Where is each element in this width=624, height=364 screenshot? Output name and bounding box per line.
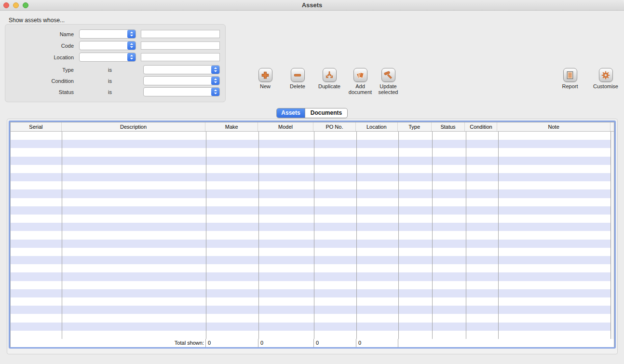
column-header-model[interactable]: Model xyxy=(258,122,313,131)
tab-assets[interactable]: Assets xyxy=(277,108,305,118)
location-comparator-popup[interactable] xyxy=(79,53,136,62)
chevron-up-down-icon xyxy=(127,30,136,38)
filter-row-status: Status is xyxy=(5,87,225,97)
column-divider xyxy=(206,132,206,339)
new-button[interactable]: New xyxy=(250,68,281,89)
update-selected-button[interactable]: Update selected xyxy=(371,68,405,95)
status-popup[interactable] xyxy=(143,87,220,96)
delete-button-label: Delete xyxy=(282,83,313,89)
hammer-icon xyxy=(381,68,395,82)
customise-button-label: Customise xyxy=(589,83,622,89)
location-input[interactable] xyxy=(141,53,220,61)
filter-row-location: Location xyxy=(5,53,225,62)
column-divider xyxy=(466,132,466,339)
location-label: Location xyxy=(5,53,74,62)
documents-fan-icon xyxy=(353,68,367,82)
column-divider xyxy=(258,132,259,339)
type-operator: is xyxy=(99,65,121,75)
assets-table: Serial Description Make Model PO No. Loc… xyxy=(9,121,616,349)
column-header-serial[interactable]: Serial xyxy=(11,122,62,131)
minus-icon xyxy=(291,68,305,82)
column-header-description[interactable]: Description xyxy=(62,122,206,131)
condition-popup[interactable] xyxy=(143,76,220,85)
column-header-note[interactable]: Note xyxy=(497,122,610,131)
tab-documents[interactable]: Documents xyxy=(305,108,347,118)
table-header: Serial Description Make Model PO No. Loc… xyxy=(11,122,614,132)
chevron-up-down-icon xyxy=(211,88,219,96)
column-header-location[interactable]: Location xyxy=(356,122,398,131)
table-panel: Serial Description Make Model PO No. Loc… xyxy=(7,119,618,354)
report-icon xyxy=(563,68,577,82)
column-divider xyxy=(314,132,314,339)
condition-operator: is xyxy=(99,76,121,86)
footer-total-po-no: 0 xyxy=(314,339,356,347)
column-header-condition[interactable]: Condition xyxy=(465,122,497,131)
filter-row-type: Type is xyxy=(5,65,225,75)
column-divider xyxy=(356,132,357,339)
status-operator: is xyxy=(99,87,121,97)
duplicate-button[interactable]: Duplicate xyxy=(314,68,345,89)
column-header-type[interactable]: Type xyxy=(398,122,432,131)
gear-icon xyxy=(599,68,613,82)
customise-button[interactable]: Customise xyxy=(589,68,622,89)
filter-row-code: Code xyxy=(5,41,225,51)
table-body xyxy=(11,132,614,339)
code-comparator-popup[interactable] xyxy=(79,41,136,50)
split-arrow-icon xyxy=(323,68,337,82)
chevron-up-down-icon xyxy=(127,53,136,61)
tab-bar: Assets Documents xyxy=(276,108,348,118)
chevron-up-down-icon xyxy=(211,77,219,85)
status-label: Status xyxy=(5,87,74,97)
type-popup[interactable] xyxy=(143,65,220,74)
name-comparator-popup[interactable] xyxy=(79,29,136,39)
column-divider xyxy=(432,132,433,339)
table-footer: Total shown: 0 0 0 0 xyxy=(11,339,614,347)
column-divider xyxy=(398,132,399,339)
name-label: Name xyxy=(5,29,74,39)
filter-row-condition: Condition is xyxy=(5,76,225,86)
update-selected-button-label: Update selected xyxy=(371,83,405,95)
footer-total-model: 0 xyxy=(258,339,314,347)
footer-serial-cell xyxy=(11,339,62,347)
plus-icon xyxy=(258,68,272,82)
code-label: Code xyxy=(5,41,74,51)
column-header-spacer xyxy=(610,122,614,131)
column-header-make[interactable]: Make xyxy=(205,122,258,131)
report-button[interactable]: Report xyxy=(555,68,585,89)
type-label: Type xyxy=(5,65,74,75)
footer-spacer xyxy=(398,339,614,347)
name-input[interactable] xyxy=(141,30,220,38)
column-header-status[interactable]: Status xyxy=(432,122,465,131)
footer-total-make: 0 xyxy=(206,339,258,347)
column-divider xyxy=(62,132,62,339)
titlebar: Assets xyxy=(0,0,624,11)
scrollbar-track[interactable] xyxy=(610,132,614,339)
footer-total-label: Total shown: xyxy=(62,339,206,347)
report-button-label: Report xyxy=(555,83,585,89)
chevron-up-down-icon xyxy=(211,66,219,74)
window-title: Assets xyxy=(0,0,624,11)
delete-button[interactable]: Delete xyxy=(282,68,313,89)
chevron-up-down-icon xyxy=(127,41,136,50)
new-button-label: New xyxy=(250,83,281,89)
filter-row-name: Name xyxy=(5,29,225,39)
footer-total-location: 0 xyxy=(356,339,398,347)
condition-label: Condition xyxy=(5,76,74,86)
column-divider xyxy=(498,132,499,339)
filter-heading: Show assets whose... xyxy=(9,17,65,24)
code-input[interactable] xyxy=(141,41,220,50)
duplicate-button-label: Duplicate xyxy=(314,83,345,89)
filter-panel: Name Code Location Type xyxy=(5,24,226,102)
column-header-po-no[interactable]: PO No. xyxy=(313,122,356,131)
